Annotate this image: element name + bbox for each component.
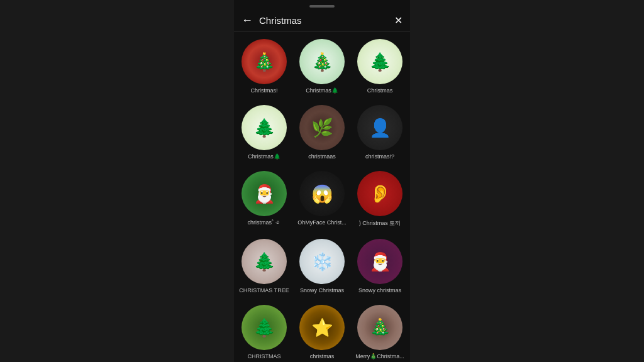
filter-circle: 🎄 <box>299 39 345 84</box>
filter-circle: ❄️ <box>299 239 345 284</box>
filter-icon: 🎄 <box>253 52 275 72</box>
filter-icon: 🌲 <box>253 317 275 338</box>
filter-label: OhMyFace Christ... <box>297 219 347 226</box>
filter-circle: 🌲 <box>242 105 287 150</box>
filter-icon: 👂 <box>369 184 391 204</box>
filter-item[interactable]: ❄️Snowy Christmas <box>294 234 350 297</box>
filter-circle: ⭐ <box>299 305 345 350</box>
filter-label: christmaas <box>308 153 336 160</box>
filter-item[interactable]: 🌲CHRISTMAS TREE <box>236 234 292 297</box>
filter-icon: 🌲 <box>369 52 391 72</box>
filter-circle: 😱 <box>299 171 345 216</box>
filter-icon: 😱 <box>311 184 333 204</box>
filter-icon: 🎅 <box>369 251 391 272</box>
filter-item[interactable]: 🌲Christmas <box>352 34 408 97</box>
filter-item[interactable]: 🌿christmaas <box>294 100 350 163</box>
filter-icon: ⭐ <box>311 317 333 338</box>
filter-icon: 🎄 <box>311 52 333 72</box>
filter-circle: 👂 <box>357 171 402 216</box>
filter-item[interactable]: 👂) Christmas 토끼 <box>352 166 408 231</box>
filter-icon: 🎄 <box>369 317 391 338</box>
filter-icon: 👤 <box>369 118 391 138</box>
filter-grid-container[interactable]: 🎄Christmas!🎄Christmas🌲🌲Christmas🌲Christm… <box>234 31 410 362</box>
filter-label: christmas!? <box>365 153 394 160</box>
filter-icon: 🎅 <box>253 184 275 204</box>
filter-circle: 🌿 <box>299 105 345 150</box>
filter-label: Christmas🌲 <box>248 153 280 160</box>
filter-label: Snowy Christmas <box>300 287 344 293</box>
back-button[interactable]: ← <box>242 14 253 27</box>
filter-circle: 🌲 <box>242 305 287 350</box>
filter-circle: 🎄 <box>357 305 402 350</box>
filter-item[interactable]: 🎅Snowy christmas <box>352 234 408 297</box>
filter-circle: 🌲 <box>357 39 402 84</box>
phone-container: ← ✕ 🎄Christmas!🎄Christmas🌲🌲Christmas🌲Chr… <box>234 0 410 362</box>
filter-item[interactable]: 🎄Christmas🌲 <box>294 34 350 97</box>
filter-label: ) Christmas 토끼 <box>359 219 401 228</box>
filter-label: Snowy christmas <box>358 287 401 293</box>
filter-item[interactable]: 👤christmas!? <box>352 100 408 163</box>
filter-circle: 👤 <box>357 105 402 150</box>
filter-label: CHRISTMAS TREE <box>239 287 289 293</box>
close-button[interactable]: ✕ <box>394 14 402 26</box>
search-bar: ← ✕ <box>234 10 410 31</box>
filter-label: christmas <box>310 353 335 359</box>
filter-icon: ❄️ <box>311 251 333 272</box>
search-input[interactable] <box>259 15 394 26</box>
filter-grid: 🎄Christmas!🎄Christmas🌲🌲Christmas🌲Christm… <box>236 34 408 362</box>
filter-label: christmas˚ ꩜ <box>247 219 280 226</box>
filter-item[interactable]: 🌲Christmas🌲 <box>236 100 292 163</box>
filter-label: Christmas <box>367 87 393 94</box>
filter-label: Christmas! <box>250 87 277 94</box>
drag-handle <box>309 5 335 8</box>
filter-item[interactable]: 🎄Christmas! <box>236 34 292 97</box>
filter-icon: 🌲 <box>253 118 275 138</box>
filter-circle: 🎅 <box>357 239 402 284</box>
filter-item[interactable]: 🎄Merry🎄Christma... <box>352 300 408 362</box>
filter-icon: 🌿 <box>311 118 333 138</box>
filter-item[interactable]: 🌲CHRISTMAS <box>236 300 292 362</box>
filter-item[interactable]: 🎅christmas˚ ꩜ <box>236 166 292 231</box>
filter-item[interactable]: ⭐christmas <box>294 300 350 362</box>
filter-label: Christmas🌲 <box>306 87 338 94</box>
filter-label: Merry🎄Christma... <box>355 353 404 359</box>
filter-icon: 🌲 <box>253 251 275 272</box>
filter-item[interactable]: 😱OhMyFace Christ... <box>294 166 350 231</box>
filter-label: CHRISTMAS <box>247 353 280 359</box>
filter-circle: 🌲 <box>242 239 287 284</box>
filter-circle: 🎅 <box>242 171 287 216</box>
filter-circle: 🎄 <box>242 39 287 84</box>
